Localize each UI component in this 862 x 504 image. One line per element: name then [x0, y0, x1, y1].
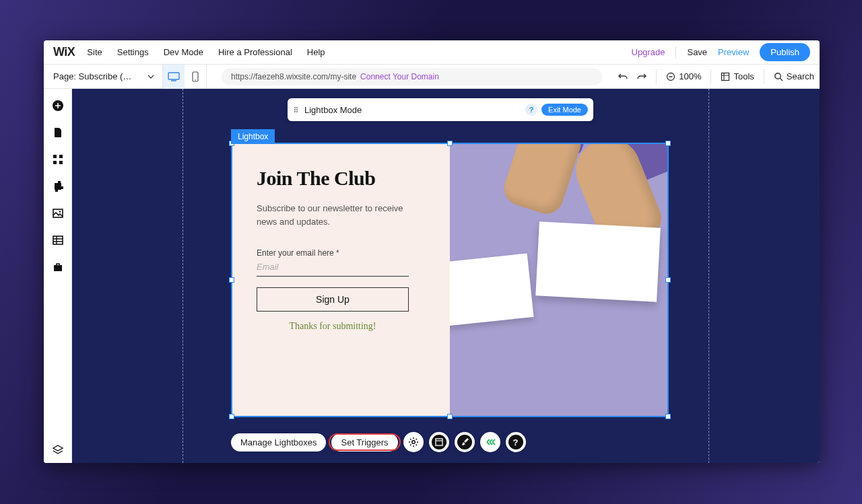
- menu-items: Site Settings Dev Mode Hire a Profession…: [87, 47, 325, 57]
- layout-icon: [432, 435, 446, 449]
- mobile-device-button[interactable]: [185, 65, 206, 89]
- question-icon: ?: [508, 435, 523, 449]
- pages-panel-button[interactable]: [52, 127, 64, 139]
- business-panel-button[interactable]: [52, 261, 64, 273]
- save-button[interactable]: Save: [687, 47, 707, 57]
- lightbox-tag[interactable]: Lightbox: [231, 129, 275, 144]
- animation-button[interactable]: [480, 432, 500, 452]
- wix-logo: WiX: [53, 45, 75, 59]
- publish-button[interactable]: Publish: [760, 43, 810, 61]
- menu-site[interactable]: Site: [87, 47, 102, 57]
- help-button[interactable]: ?: [506, 432, 526, 452]
- layout-button[interactable]: [429, 432, 449, 452]
- redo-icon: [637, 72, 646, 81]
- mobile-icon: [192, 71, 199, 82]
- page-icon: [53, 127, 63, 138]
- redo-button[interactable]: [637, 72, 646, 81]
- grid-icon: [53, 154, 63, 165]
- divider: [675, 46, 676, 59]
- set-triggers-button[interactable]: Set Triggers: [331, 433, 397, 452]
- gear-icon: [408, 437, 419, 447]
- svg-point-5: [775, 73, 781, 78]
- page-label: Page: Subscribe (…: [53, 71, 131, 81]
- svg-rect-13: [53, 236, 63, 244]
- layers-panel-button[interactable]: [52, 444, 64, 456]
- plus-circle-icon: [52, 100, 64, 112]
- help-icon[interactable]: ?: [525, 104, 537, 116]
- resize-handle[interactable]: [665, 414, 671, 419]
- add-panel-button[interactable]: [52, 100, 64, 112]
- svg-rect-8: [59, 155, 63, 158]
- top-menubar: WiX Site Settings Dev Mode Hire a Profes…: [44, 40, 820, 65]
- svg-point-2: [195, 79, 196, 81]
- search-icon: [774, 72, 783, 81]
- settings-button[interactable]: [403, 432, 424, 452]
- puzzle-icon: [53, 181, 63, 192]
- upgrade-link[interactable]: Upgrade: [632, 47, 665, 57]
- search-label: Search: [787, 71, 814, 81]
- desktop-device-button[interactable]: [163, 65, 185, 89]
- svg-rect-9: [53, 161, 57, 164]
- svg-rect-14: [54, 265, 62, 271]
- chevron-down-icon: [147, 73, 154, 80]
- apps-panel-button[interactable]: [52, 180, 64, 192]
- guide-right: [708, 89, 709, 463]
- svg-rect-4: [722, 73, 729, 80]
- manage-lightboxes-button[interactable]: Manage Lightboxes: [231, 433, 326, 452]
- preview-button[interactable]: Preview: [718, 47, 749, 57]
- paintbrush-icon: [457, 435, 472, 449]
- resize-handle[interactable]: [665, 277, 671, 283]
- desktop-icon: [168, 72, 180, 81]
- drag-handle-icon[interactable]: [294, 107, 298, 112]
- divider: [656, 69, 657, 84]
- resize-handle[interactable]: [229, 414, 234, 419]
- resize-handle[interactable]: [447, 141, 453, 146]
- menu-help[interactable]: Help: [307, 47, 325, 57]
- briefcase-icon: [53, 262, 63, 272]
- zoom-control[interactable]: 100%: [666, 71, 701, 81]
- device-switcher: [162, 65, 207, 89]
- zoom-level: 100%: [679, 71, 701, 81]
- url-bar[interactable]: https://faezeh8.wixsite.com/my-site Conn…: [222, 68, 602, 85]
- undo-button[interactable]: [618, 72, 628, 81]
- page-selector[interactable]: Page: Subscribe (…: [53, 71, 154, 81]
- left-rail: [44, 89, 72, 463]
- tools-button[interactable]: Tools: [721, 71, 754, 81]
- zoom-icon: [666, 72, 675, 81]
- editor-canvas[interactable]: Lightbox Mode ? Exit Mode Lightbox Join …: [72, 89, 820, 463]
- search-button[interactable]: Search: [774, 71, 814, 81]
- lightbox-mode-bar[interactable]: Lightbox Mode ? Exit Mode: [288, 98, 593, 121]
- svg-rect-0: [168, 73, 179, 79]
- svg-rect-16: [436, 439, 442, 445]
- menu-devmode[interactable]: Dev Mode: [164, 47, 203, 57]
- animation-icon: [485, 437, 496, 447]
- svg-rect-10: [59, 161, 63, 164]
- divider: [710, 69, 711, 84]
- data-panel-button[interactable]: [52, 234, 64, 246]
- editor-window: WiX Site Settings Dev Mode Hire a Profes…: [44, 40, 820, 463]
- svg-rect-7: [53, 155, 57, 158]
- menu-hire[interactable]: Hire a Professional: [218, 47, 292, 57]
- media-panel-button[interactable]: [52, 207, 64, 219]
- resize-handle[interactable]: [447, 414, 453, 419]
- svg-point-15: [411, 441, 415, 444]
- layers-icon: [53, 445, 63, 456]
- exit-mode-button[interactable]: Exit Mode: [541, 104, 588, 116]
- menu-settings[interactable]: Settings: [117, 47, 149, 57]
- editor-toolbar: Page: Subscribe (… https://faezeh8.wixsi…: [44, 65, 820, 89]
- connect-domain-link[interactable]: Connect Your Domain: [360, 72, 439, 81]
- site-url: https://faezeh8.wixsite.com/my-site: [231, 72, 356, 81]
- resize-handle[interactable]: [665, 141, 671, 146]
- divider: [764, 69, 764, 84]
- guide-left: [183, 89, 183, 463]
- tools-icon: [721, 72, 730, 81]
- resize-handle[interactable]: [229, 277, 234, 283]
- tools-label: Tools: [733, 71, 754, 81]
- lightbox-actions-toolbar: Manage Lightboxes Set Triggers ?: [231, 432, 526, 452]
- design-button[interactable]: [455, 432, 475, 452]
- undo-icon: [618, 72, 628, 81]
- layout-panel-button[interactable]: [52, 153, 64, 166]
- table-icon: [53, 236, 63, 245]
- svg-point-12: [59, 211, 61, 213]
- lightbox-selection-frame[interactable]: [231, 143, 669, 417]
